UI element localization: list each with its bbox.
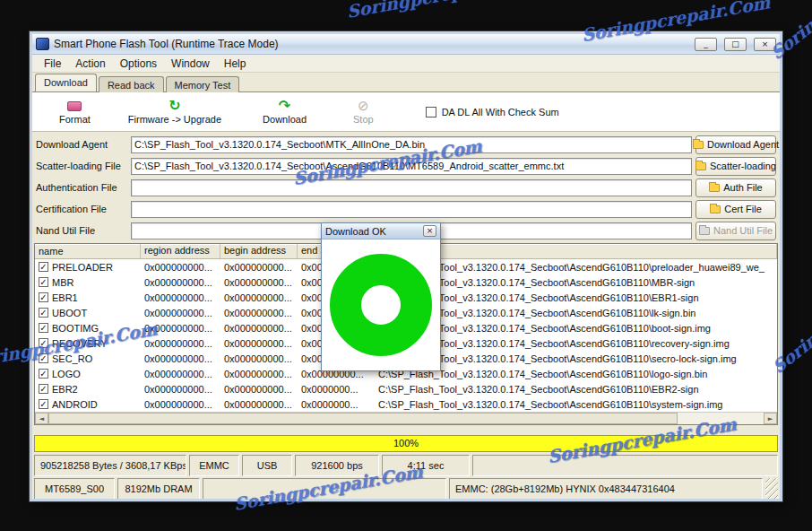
dialog-title-bar[interactable]: Download OK × (322, 223, 440, 239)
partition-name: BOOTIMG (52, 323, 99, 334)
firmware-upgrade-icon: ↻ (168, 99, 180, 113)
region-address: 0x000000000... (141, 262, 220, 273)
row-checkbox[interactable]: ✓ (39, 353, 48, 363)
row-checkbox[interactable]: ✓ (39, 384, 48, 394)
transfer-stats: 905218258 Bytes / 3608,17 KBps (34, 455, 186, 476)
begin-address: 0x000000000... (220, 353, 298, 364)
download-agent-button[interactable]: Download Agent (695, 135, 776, 154)
menu-action[interactable]: Action (68, 56, 112, 72)
menu-window[interactable]: Window (164, 56, 217, 72)
minimize-button[interactable]: _ (695, 38, 717, 51)
menu-file[interactable]: File (37, 56, 68, 72)
cert-file-button[interactable]: Cert File (695, 200, 776, 219)
chipset-name: MT6589_S00 (34, 478, 115, 500)
download-agent-field[interactable] (131, 136, 692, 153)
file-location: C:\SP_Flash_Tool_v3.1320.0.174_Secboot\A… (375, 399, 777, 410)
file-location: C:\SP_Flash_Tool_v3.1320.0.174_Secboot\A… (375, 384, 777, 395)
checksum-label: DA DL All With Check Sum (442, 107, 559, 118)
download-ok-dialog: Download OK × (321, 222, 441, 371)
resize-grip[interactable] (765, 478, 778, 500)
scatter-loading-button[interactable]: Scatter-loading (695, 157, 776, 176)
watermark: Soringpcrepair.Com (346, 0, 536, 22)
col-name[interactable]: name (35, 244, 141, 258)
row-checkbox[interactable]: ✓ (39, 262, 48, 272)
horizontal-scrollbar[interactable]: ◄ ► (35, 412, 777, 424)
row-checkbox[interactable]: ✓ (39, 308, 48, 318)
scatter-file-field[interactable] (131, 158, 692, 175)
firmware-upgrade-button[interactable]: ↻ Firmware -> Upgrade (128, 99, 221, 125)
auth-file-row: Authentication File Auth File (34, 177, 778, 198)
desktop-background: Smart Phone Flash Tool (Runtime Trace Mo… (0, 0, 812, 531)
partition-name: ANDROID (52, 399, 98, 410)
partition-name: RECOVERY (52, 338, 108, 349)
cert-file-button-label: Cert File (724, 204, 762, 214)
tab-strip: Download Read back Memory Test (32, 73, 780, 91)
region-address: 0x000000000... (141, 323, 220, 334)
cert-file-label: Certification File (36, 204, 127, 214)
progress-bar: 100% (34, 435, 778, 452)
scrollbar-track[interactable] (48, 413, 764, 424)
region-address: 0x000000000... (141, 399, 220, 410)
scatter-file-label: Scatter-loading File (36, 161, 127, 171)
device-bar: MT6589_S00 8192Mb DRAM EMMC: (28Gb+8192M… (32, 478, 780, 500)
auth-file-button[interactable]: Auth File (695, 178, 776, 197)
cert-file-row: Certification File Cert File (34, 198, 778, 220)
begin-address: 0x000000000... (220, 292, 298, 303)
auth-file-button-label: Auth File (723, 182, 762, 193)
nand-util-button-label: Nand Util File (713, 225, 773, 236)
scroll-left-icon[interactable]: ◄ (35, 413, 48, 424)
dialog-body (322, 239, 440, 370)
folder-icon (693, 141, 704, 149)
maximize-button[interactable]: □ (724, 38, 747, 51)
row-checkbox[interactable]: ✓ (39, 323, 48, 333)
row-checkbox[interactable]: ✓ (39, 292, 48, 302)
scatter-file-row: Scatter-loading File Scatter-loading (34, 155, 778, 177)
table-row[interactable]: ✓EBR2 0x000000000... 0x000000000... 0x00… (35, 381, 777, 396)
row-checkbox[interactable]: ✓ (39, 277, 48, 287)
partition-name: LOGO (52, 369, 81, 379)
menu-help[interactable]: Help (217, 56, 254, 72)
elapsed-time: 4:11 sec (382, 455, 470, 476)
folder-icon (699, 227, 710, 235)
download-agent-label: Download Agent (36, 139, 127, 150)
col-begin-address[interactable]: begin address (220, 244, 298, 258)
partition-name: UBOOT (52, 308, 87, 318)
stop-button[interactable]: ⊘ Stop (353, 99, 374, 125)
checksum-checkbox[interactable] (426, 107, 436, 118)
tab-memory-test[interactable]: Memory Test (166, 76, 240, 92)
nand-util-button[interactable]: Nand Util File (695, 222, 776, 240)
region-address: 0x000000000... (141, 384, 220, 395)
dialog-close-icon[interactable]: × (423, 225, 436, 237)
row-checkbox[interactable]: ✓ (39, 399, 48, 409)
row-checkbox[interactable]: ✓ (39, 369, 48, 379)
close-button[interactable]: × (754, 38, 776, 51)
region-address: 0x000000000... (141, 338, 220, 349)
download-button[interactable]: ↷ Download (263, 99, 307, 125)
menu-options[interactable]: Options (113, 56, 164, 72)
scroll-right-icon[interactable]: ► (764, 413, 777, 424)
success-ring-icon (330, 254, 432, 356)
begin-address: 0x000000000... (220, 384, 298, 395)
table-row[interactable]: ✓ANDROID 0x000000000... 0x000000000... 0… (35, 396, 777, 412)
baud-rate: 921600 bps (295, 455, 379, 476)
region-address: 0x000000000... (141, 308, 220, 318)
format-icon (67, 101, 82, 111)
format-button[interactable]: Format (59, 99, 91, 125)
tab-read-back[interactable]: Read back (99, 76, 164, 92)
dram-size: 8192Mb DRAM (117, 478, 200, 500)
region-address: 0x000000000... (141, 277, 220, 288)
begin-address: 0x000000000... (220, 399, 298, 410)
row-checkbox[interactable]: ✓ (39, 338, 48, 348)
window-title: Smart Phone Flash Tool (Runtime Trace Mo… (54, 38, 687, 50)
firmware-upgrade-label: Firmware -> Upgrade (128, 114, 221, 125)
menu-bar: File Action Options Window Help (32, 55, 780, 73)
cert-file-field[interactable] (131, 201, 692, 218)
begin-address: 0x000000000... (220, 338, 298, 349)
scrollbar-thumb[interactable] (48, 413, 678, 424)
end-address: 0x0000000... (298, 384, 375, 395)
auth-file-field[interactable] (131, 179, 692, 196)
col-region-address[interactable]: region address (141, 244, 220, 258)
dialog-title: Download OK (325, 226, 423, 237)
tab-download[interactable]: Download (35, 74, 97, 91)
title-bar[interactable]: Smart Phone Flash Tool (Runtime Trace Mo… (32, 34, 780, 55)
